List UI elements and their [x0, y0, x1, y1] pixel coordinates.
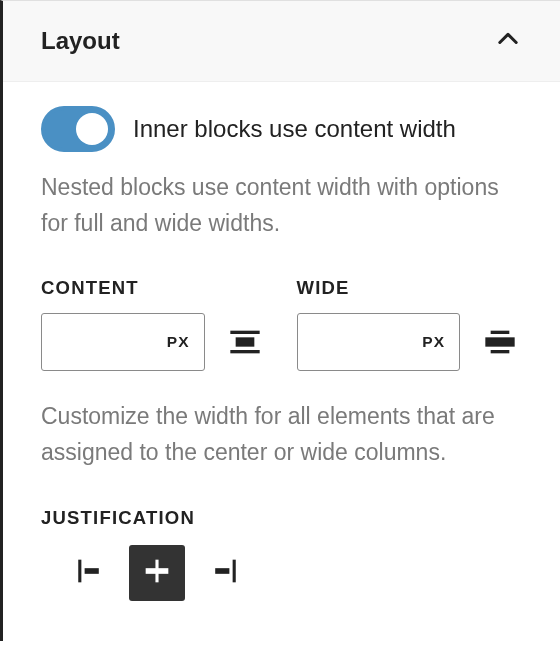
layout-panel-header[interactable]: Layout [3, 1, 560, 82]
wide-width-input[interactable]: PX [297, 313, 461, 371]
justify-left-button[interactable] [63, 545, 119, 601]
svg-rect-10 [215, 568, 229, 574]
content-width-reset-button[interactable] [223, 320, 267, 364]
svg-rect-0 [230, 331, 259, 334]
svg-rect-2 [230, 350, 259, 353]
content-input-pair: PX [41, 313, 267, 371]
justify-center-icon [140, 554, 174, 592]
wide-width-label: WIDE [297, 277, 523, 299]
inner-blocks-toggle[interactable] [41, 106, 115, 152]
svg-rect-3 [491, 331, 510, 334]
svg-rect-1 [235, 338, 254, 347]
align-wide-icon [484, 324, 516, 360]
justify-left-icon [74, 554, 108, 592]
svg-rect-11 [233, 559, 236, 582]
panel-title: Layout [41, 27, 120, 55]
width-help-text: Customize the width for all elements tha… [41, 399, 522, 470]
wide-width-reset-button[interactable] [478, 320, 522, 364]
justification-label: JUSTIFICATION [41, 507, 522, 529]
justify-right-icon [206, 554, 240, 592]
inner-blocks-help-text: Nested blocks use content width with opt… [41, 170, 522, 241]
content-width-input[interactable]: PX [41, 313, 205, 371]
width-controls-row: CONTENT PX WIDE PX [41, 277, 522, 371]
svg-rect-4 [485, 338, 514, 347]
justification-buttons [41, 545, 522, 601]
justify-center-button[interactable] [129, 545, 185, 601]
wide-width-field: WIDE PX [297, 277, 523, 371]
wide-width-unit: PX [422, 333, 445, 351]
svg-rect-9 [146, 568, 169, 574]
justify-right-button[interactable] [195, 545, 251, 601]
chevron-up-icon [494, 25, 522, 57]
svg-rect-6 [78, 559, 81, 582]
svg-rect-5 [491, 350, 510, 353]
toggle-knob [76, 113, 108, 145]
svg-rect-7 [85, 568, 99, 574]
wide-input-pair: PX [297, 313, 523, 371]
align-content-icon [229, 324, 261, 360]
content-width-label: CONTENT [41, 277, 267, 299]
inner-blocks-toggle-row: Inner blocks use content width [41, 106, 522, 152]
content-width-unit: PX [167, 333, 190, 351]
layout-panel-body: Inner blocks use content width Nested bl… [3, 82, 560, 641]
inner-blocks-toggle-label: Inner blocks use content width [133, 115, 456, 143]
content-width-field: CONTENT PX [41, 277, 267, 371]
